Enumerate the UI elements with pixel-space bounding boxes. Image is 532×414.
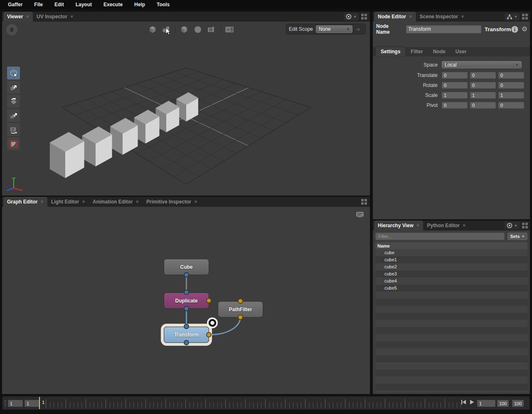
viewer-settings-menu[interactable]: ▼ (344, 13, 359, 20)
pivot-label: Pivot (375, 102, 438, 108)
close-icon[interactable]: ✕ (70, 15, 74, 19)
layout-menu-icon[interactable] (361, 199, 367, 205)
space-dropdown[interactable]: Local ▼ (442, 61, 522, 68)
drag-handle[interactable] (4, 400, 6, 407)
pan-hand-icon[interactable] (6, 24, 17, 35)
pivot-x-field[interactable] (442, 102, 468, 109)
list-item[interactable]: cube3 (375, 270, 527, 278)
menu-layout[interactable]: Layout (70, 0, 98, 9)
connector-out-transform[interactable] (184, 340, 189, 345)
viewport[interactable]: Edit Scope None ▼ ➜ (2, 22, 370, 196)
scale-z-field[interactable] (498, 92, 524, 99)
close-icon[interactable]: ✕ (40, 200, 44, 204)
menu-help[interactable]: Help (128, 0, 151, 9)
menu-file[interactable]: File (28, 0, 49, 9)
connector-out-duplicate[interactable] (184, 306, 189, 311)
chevron-down-icon: ▼ (522, 235, 525, 238)
range-end-field-2[interactable] (512, 400, 524, 407)
close-icon[interactable]: ✕ (416, 223, 420, 228)
crop-window-tool[interactable] (7, 137, 20, 150)
tab-primitive-inspector[interactable]: Primitive Inspector ✕ (143, 197, 201, 207)
close-icon[interactable]: ✕ (26, 15, 29, 19)
info-icon[interactable] (511, 26, 518, 33)
edit-scope-jump-icon[interactable]: ➜ (355, 26, 360, 32)
current-frame-field[interactable] (477, 400, 495, 407)
translate-z-field[interactable] (498, 72, 524, 79)
rotate-tool[interactable] (7, 95, 20, 108)
focus-indicator-icon[interactable] (206, 317, 219, 329)
subtab-filter[interactable]: Filter (406, 47, 428, 56)
list-item[interactable]: cube1 (375, 256, 527, 263)
tab-viewer[interactable]: Viewer ✕ (3, 12, 33, 22)
subtab-settings[interactable]: Settings (375, 47, 406, 56)
edit-scope-dropdown[interactable]: None ▼ (316, 25, 352, 33)
subtab-node[interactable]: Node (428, 47, 451, 56)
frame-start-field[interactable] (8, 400, 23, 407)
menu-execute[interactable]: Execute (98, 0, 128, 9)
select-tool[interactable] (7, 67, 20, 79)
connector-in-transform[interactable] (184, 324, 189, 329)
close-icon[interactable]: ✕ (82, 200, 85, 204)
gear-icon[interactable]: ⚙ (522, 26, 527, 32)
camera-tool[interactable] (7, 123, 20, 136)
play-icon[interactable] (469, 399, 475, 405)
close-icon[interactable]: ✕ (463, 223, 466, 228)
pivot-z-field[interactable] (498, 102, 524, 109)
close-icon[interactable]: ✕ (194, 200, 197, 204)
connector-out-cube[interactable] (184, 272, 189, 278)
layout-menu-icon[interactable] (522, 14, 528, 20)
node-graph-canvas[interactable]: Cube Duplicate PathFilter Transform (2, 207, 370, 394)
scale-x-field[interactable] (442, 92, 468, 99)
shading-mode-icon[interactable] (148, 25, 158, 35)
column-header-name[interactable]: Name (375, 242, 527, 249)
filter-input[interactable] (375, 233, 505, 240)
connector-in-pathfilter[interactable] (238, 298, 243, 304)
tab-node-editor[interactable]: Node Editor ✕ (374, 12, 416, 22)
rotate-z-field[interactable] (498, 82, 524, 89)
sphere-icon[interactable] (193, 25, 203, 35)
tab-light-editor[interactable]: Light Editor ✕ (47, 197, 89, 207)
translate-x-field[interactable] (442, 72, 468, 79)
image-pass-icon[interactable] (224, 25, 234, 35)
camera-icon[interactable] (207, 25, 217, 35)
tab-scene-inspector[interactable]: Scene Inspector ✕ (416, 12, 468, 22)
connector-in-duplicate[interactable] (184, 290, 189, 295)
sets-dropdown[interactable]: Sets ▼ (507, 233, 527, 240)
close-icon[interactable]: ✕ (135, 200, 139, 204)
layout-menu-icon[interactable] (522, 223, 528, 229)
tab-uv-inspector[interactable]: UV Inspector ✕ (33, 12, 77, 22)
list-item[interactable]: cube4 (375, 278, 527, 285)
menu-gaffer[interactable]: Gaffer (2, 0, 28, 9)
node-name-input[interactable] (406, 25, 481, 33)
translate-tool[interactable] (7, 81, 20, 94)
tab-animation-editor[interactable]: Animation Editor ✕ (89, 197, 143, 207)
scale-tool[interactable] (7, 109, 20, 122)
playhead[interactable] (39, 397, 40, 409)
scale-y-field[interactable] (470, 92, 496, 99)
translate-y-field[interactable] (470, 72, 496, 79)
list-item[interactable]: cube (375, 249, 527, 256)
list-item[interactable]: cube2 (375, 263, 527, 270)
editor-focus-menu[interactable]: ▼ (505, 13, 520, 20)
hierarchy-focus-menu[interactable]: ▼ (505, 222, 520, 229)
rotate-x-field[interactable] (442, 82, 468, 89)
layout-menu-icon[interactable] (361, 14, 367, 20)
rotate-y-field[interactable] (470, 82, 496, 89)
tab-graph-editor[interactable]: Graph Editor ✕ (3, 197, 47, 207)
range-end-field[interactable] (497, 400, 509, 407)
menu-edit[interactable]: Edit (49, 0, 70, 9)
connector-out-pathfilter[interactable] (238, 315, 243, 320)
close-icon[interactable]: ✕ (461, 15, 464, 19)
connector-filter-transform[interactable] (206, 332, 212, 337)
list-item[interactable]: cube5 (375, 285, 527, 292)
tab-python-editor[interactable]: Python Editor ✕ (423, 221, 469, 231)
pivot-y-field[interactable] (470, 102, 496, 109)
tab-hierarchy-view[interactable]: Hierarchy View ✕ (374, 221, 423, 231)
connector-filter-duplicate[interactable] (206, 298, 212, 303)
expansion-cube-icon[interactable] (179, 25, 189, 35)
frame-snap-field[interactable] (25, 400, 39, 407)
menu-tools[interactable]: Tools (151, 0, 175, 9)
subtab-user[interactable]: User (451, 47, 472, 56)
close-icon[interactable]: ✕ (409, 15, 412, 19)
skip-to-start-icon[interactable] (461, 399, 466, 405)
